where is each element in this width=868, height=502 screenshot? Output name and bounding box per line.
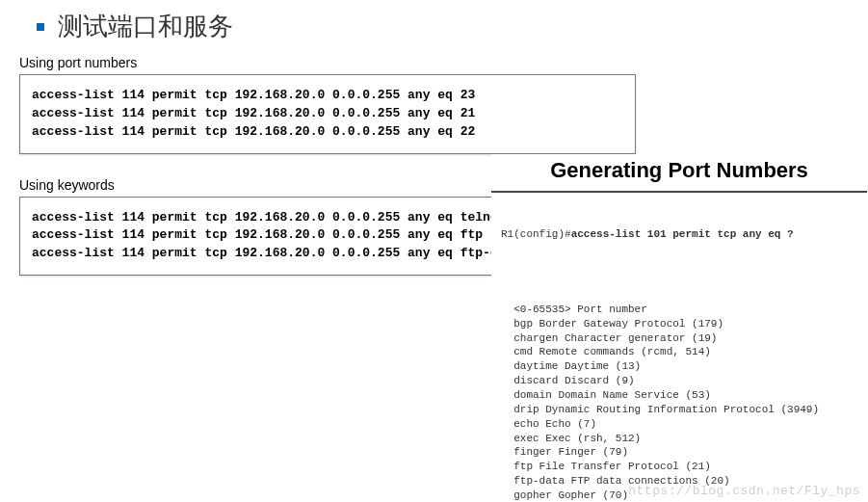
- terminal-prompt-prefix: R1(config)#: [501, 228, 571, 240]
- right-panel-title: Generating Port Numbers: [491, 158, 867, 183]
- watermark: https://blog.csdn.net/Fly_hps: [628, 484, 860, 498]
- terminal-prompt-line: R1(config)#access-list 101 permit tcp an…: [501, 227, 857, 242]
- code-box-portnumbers: access-list 114 permit tcp 192.168.20.0 …: [19, 74, 636, 154]
- right-panel: Generating Port Numbers R1(config)#acces…: [491, 154, 867, 502]
- section-label-portnumbers: Using port numbers: [19, 55, 849, 70]
- bullet-icon: [37, 23, 44, 31]
- page-title: 测试端口和服务: [58, 10, 233, 43]
- terminal-options: <0-65535> Port number bgp Border Gateway…: [501, 303, 857, 502]
- terminal-command: access-list 101 permit tcp any eq ?: [571, 228, 794, 240]
- title-row: 测试端口和服务: [37, 10, 849, 43]
- terminal-output: R1(config)#access-list 101 permit tcp an…: [491, 191, 867, 502]
